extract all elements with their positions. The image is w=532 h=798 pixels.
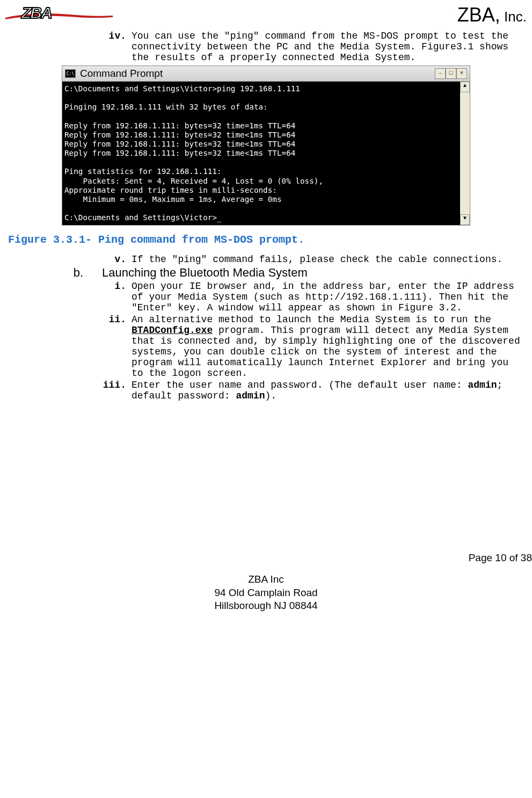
page-footer: Page 10 of 38 ZBA Inc 94 Old Camplain Ro… <box>0 552 532 618</box>
scroll-up-icon[interactable]: ▲ <box>460 82 470 92</box>
cmd-titlebar: C:\ Command Prompt - □ × <box>62 66 470 82</box>
minimize-button[interactable]: - <box>435 68 446 79</box>
terminal-icon: C:\ <box>65 69 76 78</box>
maximize-button[interactable]: □ <box>446 68 456 79</box>
close-button[interactable]: × <box>456 68 467 79</box>
body: An alternative method to launch the Medi… <box>132 314 524 379</box>
body: You can use the "ping" command from the … <box>132 31 524 63</box>
body: If the "ping" command fails, please chec… <box>132 254 524 265</box>
company-name: ZBA, Inc. <box>457 4 527 26</box>
list-item-v: v. If the "ping" command fails, please c… <box>8 254 524 265</box>
scroll-down-icon[interactable]: ▼ <box>460 214 470 225</box>
logo-text: ZBA <box>21 4 52 22</box>
marker: i. <box>8 281 132 313</box>
command-prompt-window: C:\ Command Prompt - □ × C:\Documents an… <box>62 66 470 226</box>
cmd-output: C:\Documents and Settings\Victor>ping 19… <box>62 82 460 225</box>
body: Launching the Bluetooth Media System <box>102 266 524 280</box>
list-item-b: b. Launching the Bluetooth Media System <box>8 266 524 280</box>
page-header: ZBA ZBA, Inc. <box>0 0 532 30</box>
default-password: admin <box>236 390 265 401</box>
window-buttons: - □ × <box>435 68 467 79</box>
zba-logo: ZBA <box>5 3 86 27</box>
list-item-ii: ii. An alternative method to launch the … <box>8 314 524 379</box>
cmd-body: C:\Documents and Settings\Victor>ping 19… <box>62 82 470 225</box>
marker: iii. <box>8 380 132 401</box>
cmd-title: Command Prompt <box>80 68 163 79</box>
program-name: BTADConfig.exe <box>132 325 213 336</box>
marker: v. <box>8 254 132 265</box>
default-username: admin <box>468 380 497 390</box>
marker: iv. <box>8 31 132 63</box>
footer-address-2: Hillsborough NJ 08844 <box>0 599 532 613</box>
footer-company: ZBA Inc <box>0 573 532 586</box>
scrollbar[interactable]: ▲ ▼ <box>460 82 470 225</box>
page-number: Page 10 of 38 <box>0 552 532 565</box>
list-item-i: i. Open your IE browser and, in the addr… <box>8 281 524 313</box>
page-content: iv. You can use the "ping" command from … <box>0 31 532 401</box>
list-item-iv: iv. You can use the "ping" command from … <box>8 31 524 63</box>
marker: ii. <box>8 314 132 379</box>
figure-caption: Figure 3.3.1- Ping command from MS-DOS p… <box>8 234 524 246</box>
body: Open your IE browser and, in the address… <box>132 281 524 313</box>
footer-address-1: 94 Old Camplain Road <box>0 586 532 600</box>
list-item-iii: iii. Enter the user name and password. (… <box>8 380 524 401</box>
body: Enter the user name and password. (The d… <box>132 380 524 401</box>
marker: b. <box>8 266 102 280</box>
